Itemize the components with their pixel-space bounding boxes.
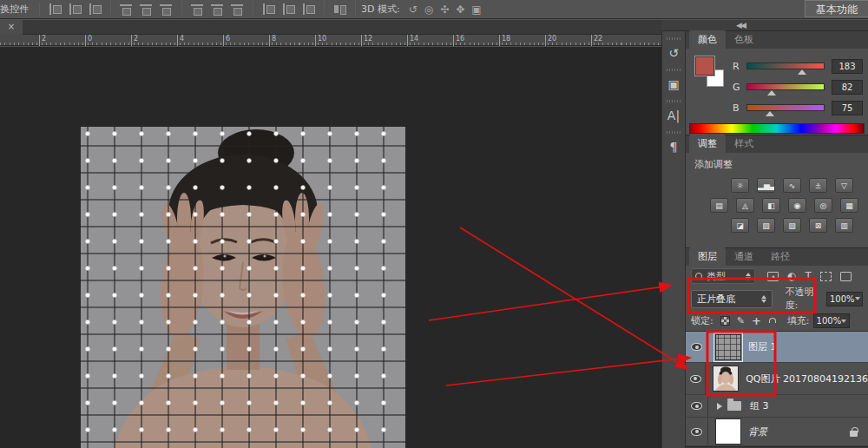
channel-value-input[interactable]: 75 [832,101,863,115]
search-icon [695,273,703,280]
filter-pixel-layers-icon[interactable] [767,272,779,281]
layer-filter-dropdown[interactable]: 类型 [691,268,755,284]
3d-rotate-icon[interactable]: ↺ [409,3,418,16]
black-white-icon[interactable]: ◧ [762,198,780,213]
properties-panel-icon[interactable]: ▣ [664,75,683,94]
channel-value-input[interactable]: 82 [832,80,863,95]
panel-tab[interactable]: 调整 [689,135,726,153]
distribute-top-icon[interactable] [191,3,204,15]
layer-name[interactable]: 背景 [748,425,767,438]
brightness-contrast-icon[interactable]: ☼ [731,178,749,193]
document-area: × 20246810121416182022 [0,20,661,448]
layer-row[interactable]: 图层 1 [686,332,868,363]
panel-tab[interactable]: 色板 [726,30,762,49]
distribute-right-icon[interactable] [302,3,315,15]
panel-tab[interactable]: 图层 [689,247,726,266]
layer-row[interactable]: 背景 [686,418,868,446]
channel-slider[interactable] [746,104,825,111]
slider-thumb[interactable] [766,111,774,116]
ruler-label: 6 [223,35,230,46]
align-bottom-icon[interactable] [160,3,173,15]
foreground-color-swatch[interactable] [694,56,715,76]
invert-icon[interactable]: ◪ [731,218,749,233]
expand-triangle-icon[interactable] [717,403,722,410]
opacity-value[interactable]: 100% [826,292,863,306]
color-lookup-icon[interactable]: ▦ [840,198,858,213]
curves-icon[interactable]: ∿ [783,178,801,193]
workspace-switcher-button[interactable]: 基本功能 [805,0,868,17]
ruler-label: 10 [315,35,326,46]
layer-row[interactable]: QQ图片 20170804192136 [686,363,868,395]
lock-position-icon[interactable]: + [752,314,761,327]
3d-pan-icon[interactable]: ✣ [440,3,449,16]
blend-mode-value: 正片叠底 [697,293,735,306]
blend-mode-dropdown[interactable]: 正片叠底 [691,290,773,308]
layer-thumbnail[interactable] [713,366,739,392]
distribute-bottom-icon[interactable] [231,3,244,15]
layer-lock-icon [850,431,858,437]
canvas[interactable] [0,47,661,448]
layer-thumbnail[interactable] [715,418,741,445]
color-spectrum-ramp[interactable] [689,123,865,134]
panel-tab[interactable]: 通道 [726,247,762,266]
exposure-icon[interactable]: ± [809,178,827,193]
layer-name[interactable]: QQ图片 20170804192136 [746,372,868,385]
levels-icon[interactable]: ▂▅▃ [757,178,775,193]
channel-value-input[interactable]: 183 [832,59,863,74]
selective-color-icon[interactable]: ⊠ [809,218,827,233]
3d-camera-icon[interactable]: ▣ [471,3,481,16]
layer-thumbnail[interactable] [715,334,741,360]
panel-tab[interactable]: 样式 [726,135,762,153]
layer-name[interactable]: 组 3 [750,399,769,412]
grid-layer-overlay [81,127,405,448]
photo-filter-icon[interactable]: ◉ [788,198,806,213]
visibility-eye-icon[interactable] [691,343,702,351]
filter-shape-layers-icon[interactable] [820,272,832,281]
align-top-icon[interactable] [120,3,133,15]
posterize-icon[interactable]: ▨ [757,218,775,233]
filter-adjustment-layers-icon[interactable]: ◐ [787,270,796,282]
slider-thumb[interactable] [798,69,806,75]
3d-slide-icon[interactable]: ✥ [456,3,464,16]
filter-type-layers-icon[interactable]: T [805,270,811,282]
hue-saturation-icon[interactable]: ▤ [710,198,728,213]
align-left-icon[interactable] [49,3,62,15]
gradient-map-icon[interactable]: ▥ [835,218,853,233]
visibility-eye-icon[interactable] [691,402,702,410]
filter-smart-object-icon[interactable] [840,272,852,281]
separator [110,1,111,15]
align-v-center-icon[interactable] [140,3,153,15]
vibrance-icon[interactable]: ▽ [835,178,853,193]
collapse-panels-icon[interactable]: ◀◀ [736,21,745,30]
distribute-h-center-icon[interactable] [282,3,295,15]
slider-thumb[interactable] [767,90,776,96]
channel-slider[interactable] [746,63,825,69]
document-tab-close-icon[interactable]: × [0,20,23,35]
character-panel-icon[interactable]: A| [664,106,683,125]
lock-pixels-brush-icon[interactable]: ✎ [737,315,745,326]
chevron-updown-icon [746,273,751,280]
align-right-icon[interactable] [89,3,102,15]
channel-slider[interactable] [746,83,825,90]
distribute-v-center-icon[interactable] [211,3,224,15]
panel-tab[interactable]: 颜色 [689,30,726,49]
align-h-center-icon[interactable] [69,3,82,15]
distribute-left-icon[interactable] [262,3,275,15]
panel-tab[interactable]: 路径 [762,247,799,266]
visibility-eye-icon[interactable] [691,428,702,436]
layer-row[interactable]: 组 3 [686,395,868,418]
fill-value[interactable]: 100% [813,313,850,328]
3d-roll-icon[interactable]: ◎ [424,3,433,16]
channel-mixer-icon[interactable]: ◎ [814,198,832,213]
auto-align-icon[interactable] [333,3,346,15]
paragraph-panel-icon[interactable]: ¶ [664,137,683,156]
history-panel-icon[interactable]: ↺ [664,43,683,63]
layer-name[interactable]: 图层 1 [748,340,777,353]
ruler-label: 18 [499,35,510,46]
channel-label: R [733,61,746,72]
color-balance-icon[interactable]: ◬ [736,198,754,213]
visibility-eye-icon[interactable] [690,375,701,383]
lock-transparency-icon[interactable] [720,316,730,326]
separator [355,1,356,15]
threshold-icon[interactable]: ▧ [783,218,801,233]
